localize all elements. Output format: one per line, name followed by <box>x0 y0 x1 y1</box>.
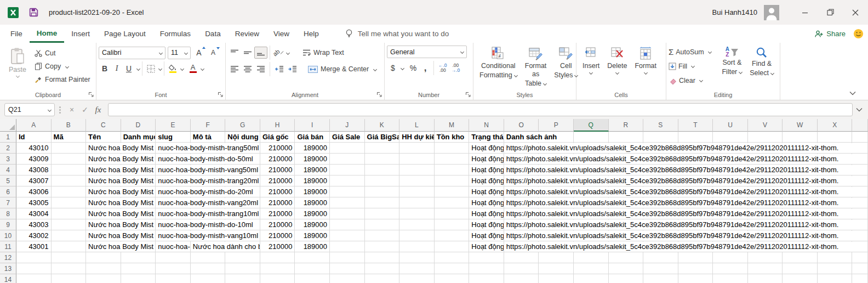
column-header-O[interactable]: O <box>504 119 539 132</box>
cell-X1[interactable] <box>818 132 853 143</box>
cell-value-I2[interactable]: 189000 <box>295 143 329 153</box>
cell-B13[interactable] <box>52 263 87 274</box>
tab-help[interactable]: Help <box>296 25 326 43</box>
orientation-chevron[interactable] <box>286 50 290 54</box>
currency-chevron[interactable] <box>401 66 404 70</box>
user-name[interactable]: Bui Hanh1410 <box>712 8 757 16</box>
cell-value-N8[interactable]: Hoạt động <box>470 209 504 219</box>
cell-G12[interactable] <box>225 252 260 263</box>
cell-value-I1[interactable]: Giá bán <box>295 132 329 142</box>
cell-P13[interactable] <box>539 263 574 274</box>
cell-L10[interactable] <box>399 230 435 241</box>
cell-K7[interactable] <box>365 197 400 208</box>
expand-formula-bar-chevron[interactable] <box>856 107 863 112</box>
align-middle-button[interactable] <box>241 47 254 59</box>
cell-value-E3[interactable]: nuoc-hoa-body-misth-do-50ml <box>156 154 260 164</box>
cell-value-E1[interactable]: slug <box>156 132 190 142</box>
cell-B12[interactable] <box>52 252 87 263</box>
cell-X12[interactable] <box>818 252 853 263</box>
cell-M9[interactable] <box>435 219 470 230</box>
cell-C13[interactable] <box>86 263 121 274</box>
cell-value-D1[interactable]: Danh mục <box>122 132 156 142</box>
cell-E14[interactable] <box>156 274 191 283</box>
cell-X13[interactable] <box>818 263 853 274</box>
align-bottom-button[interactable] <box>254 47 267 59</box>
format-painter-button[interactable]: Format Painter <box>33 73 92 86</box>
cell-value-A1[interactable]: Id <box>17 132 51 142</box>
cell-value-C2[interactable]: Nước hoa Body Mist <box>87 143 155 153</box>
wrap-text-button[interactable]: Wrap Text <box>301 46 346 59</box>
cell-C14[interactable] <box>86 274 121 283</box>
feedback-smiley-icon[interactable] <box>853 29 864 39</box>
cell-V1[interactable] <box>748 132 783 143</box>
increase-decimal-button[interactable]: ←.0.00 <box>436 63 449 73</box>
row-header-8[interactable]: 8 <box>0 208 16 219</box>
close-button[interactable] <box>843 0 868 25</box>
merge-center-button[interactable]: Merge & Center <box>306 63 378 76</box>
row-header-11[interactable]: 11 <box>0 241 16 252</box>
row-header-12[interactable]: 12 <box>0 252 16 263</box>
cell-B5[interactable] <box>52 176 87 186</box>
cell-G14[interactable] <box>225 274 260 283</box>
percent-button[interactable]: % <box>407 61 419 75</box>
cell-J2[interactable] <box>330 143 365 154</box>
cell-L6[interactable] <box>399 186 435 197</box>
cell-K8[interactable] <box>365 208 400 219</box>
cell-K13[interactable] <box>365 263 400 274</box>
cell-T13[interactable] <box>678 263 713 274</box>
cell-M8[interactable] <box>435 208 470 219</box>
paste-button[interactable]: Paste <box>2 46 33 86</box>
cell-D12[interactable] <box>121 252 156 263</box>
cell-R1[interactable] <box>609 132 644 143</box>
fill-button[interactable]: Fill <box>669 60 718 72</box>
tab-view[interactable]: View <box>266 25 296 43</box>
alignment-dialog-launcher[interactable] <box>376 92 382 98</box>
cell-J13[interactable] <box>330 263 365 274</box>
cell-value-I8[interactable]: 189000 <box>295 209 329 219</box>
cell-value-J1[interactable]: Giá Sale <box>330 132 364 142</box>
cell-K2[interactable] <box>365 143 400 154</box>
cell-value-I9[interactable]: 189000 <box>295 220 329 230</box>
cell-B9[interactable] <box>52 219 87 230</box>
row-header-1[interactable]: 1 <box>0 132 16 143</box>
align-right-button[interactable] <box>254 63 267 75</box>
cell-K11[interactable] <box>365 241 400 252</box>
cell-L2[interactable] <box>399 143 435 154</box>
cell-M11[interactable] <box>435 241 470 252</box>
cell-y1[interactable] <box>852 132 868 143</box>
cell-value-I6[interactable]: 189000 <box>295 187 329 197</box>
cell-U1[interactable] <box>713 132 748 143</box>
decrease-indent-button[interactable] <box>272 63 285 75</box>
column-header-V[interactable]: V <box>748 119 783 132</box>
cell-W14[interactable] <box>783 274 818 283</box>
cell-M7[interactable] <box>435 197 470 208</box>
cell-value-O10[interactable]: https://photo.salekit.vn/uploads/salekit… <box>505 231 867 241</box>
row-header-9[interactable]: 9 <box>0 219 16 230</box>
cell-value-H6[interactable]: 210000 <box>261 187 295 197</box>
cell-value-H9[interactable]: 210000 <box>261 220 295 230</box>
collapse-ribbon-chevron[interactable] <box>849 91 856 95</box>
font-size-combo[interactable]: 11 <box>168 47 191 59</box>
tab-file[interactable]: File <box>3 25 30 43</box>
cell-W12[interactable] <box>783 252 818 263</box>
cell-value-C1[interactable]: Tên <box>87 132 121 142</box>
cell-value-C9[interactable]: Nước hoa Body Mist <box>87 220 155 230</box>
cell-P12[interactable] <box>539 252 574 263</box>
find-select-button[interactable]: Find & Select <box>746 46 778 89</box>
cell-value-C4[interactable]: Nước hoa Body Mist <box>87 165 155 175</box>
cell-K4[interactable] <box>365 165 400 176</box>
format-cells-button[interactable]: Format <box>631 46 660 89</box>
row-header-3[interactable]: 3 <box>0 154 16 165</box>
cell-B11[interactable] <box>52 241 87 252</box>
cell-value-E4[interactable]: nuoc-hoa-body-misth-vang50ml <box>156 165 260 175</box>
align-center-button[interactable] <box>241 63 254 75</box>
borders-chevron[interactable] <box>158 66 162 70</box>
cell-L3[interactable] <box>399 154 435 165</box>
cell-L13[interactable] <box>399 263 435 274</box>
cell-J7[interactable] <box>330 197 365 208</box>
enter-formula-icon[interactable]: ✓ <box>78 103 92 116</box>
tab-home[interactable]: Home <box>30 25 65 43</box>
row-header-4[interactable]: 4 <box>0 165 16 176</box>
cell-value-B1[interactable]: Mã <box>52 132 86 142</box>
cell-R14[interactable] <box>609 274 644 283</box>
